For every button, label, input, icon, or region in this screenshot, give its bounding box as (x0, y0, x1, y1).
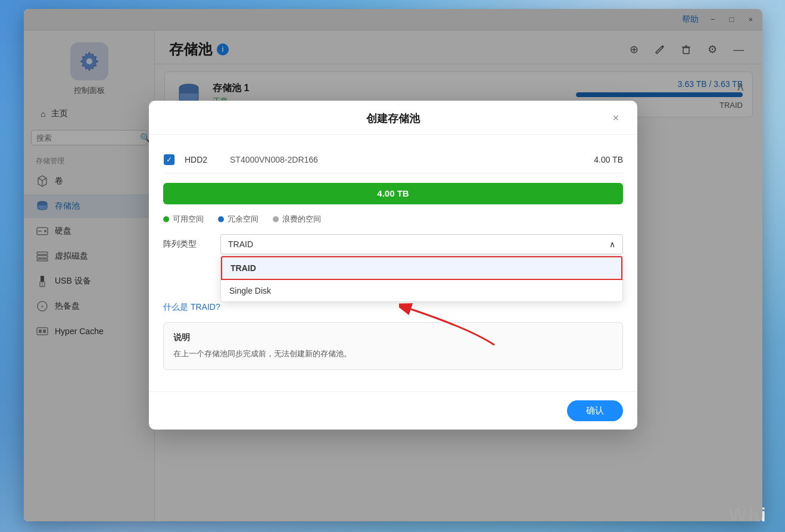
legend-redundant: 冗余空间 (218, 214, 258, 225)
array-type-select[interactable]: TRAID ∧ (220, 234, 623, 254)
capacity-bar-value: 4.00 TB (377, 188, 409, 198)
capacity-bar-wrap: 4.00 TB (163, 183, 623, 204)
legend-available-dot (163, 216, 169, 222)
checkbox-checked-icon: ✓ (164, 154, 175, 165)
traid-link-row: 什么是 TRAID? (163, 302, 623, 313)
array-type-dropdown: TRAID Single Disk (220, 256, 623, 302)
hdd-label: HDD2 (185, 155, 220, 164)
hdd-row: ✓ HDD2 ST4000VN008-2DR166 4.00 TB (163, 147, 623, 173)
hdd-checkbox[interactable]: ✓ (163, 154, 175, 166)
select-wrapper: TRAID ∧ TRAID Single Disk (220, 234, 623, 254)
legend-redundant-label: 冗余空间 (228, 214, 258, 225)
traid-option-label: TRAID (230, 263, 256, 273)
check-mark: ✓ (166, 155, 172, 164)
array-type-label: 阵列类型 (163, 239, 211, 250)
hdd-size: 4.00 TB (594, 155, 623, 164)
legend-redundant-dot (218, 216, 224, 222)
legend-available-label: 可用空间 (173, 214, 204, 225)
app-window: 帮助 − □ × 控制面板 ⌂ 主页 (24, 9, 762, 521)
hdd-model: ST4000VN008-2DR166 (230, 155, 584, 164)
array-type-value: TRAID (228, 239, 253, 249)
legend-available: 可用空间 (163, 214, 204, 225)
capacity-bar: 4.00 TB (163, 183, 623, 204)
traid-link[interactable]: 什么是 TRAID? (163, 302, 220, 313)
legend-wasted: 浪费的空间 (273, 214, 321, 225)
legend-wasted-dot (273, 216, 279, 222)
modal-title: 创建存储池 (177, 111, 609, 126)
dropdown-item-traid[interactable]: TRAID (221, 256, 622, 280)
dropdown-item-single-disk[interactable]: Single Disk (221, 280, 622, 301)
modal-close-button[interactable]: × (609, 111, 623, 126)
modal-body: ✓ HDD2 ST4000VN008-2DR166 4.00 TB 4.00 T… (149, 135, 637, 392)
chevron-up-icon: ∧ (609, 239, 615, 249)
modal-footer: 确认 (149, 391, 637, 430)
description-text: 在上一个存储池同步完成前，无法创建新的存储池。 (173, 348, 613, 360)
modal-overlay: 创建存储池 × ✓ HDD2 ST4000VN008-2DR166 4.00 T… (24, 9, 762, 521)
create-pool-modal: 创建存储池 × ✓ HDD2 ST4000VN008-2DR166 4.00 T… (149, 101, 637, 430)
single-disk-option-label: Single Disk (229, 286, 271, 295)
confirm-button[interactable]: 确认 (567, 400, 623, 421)
array-type-row: 阵列类型 TRAID ∧ TRAID Single Disk (163, 234, 623, 254)
legend-row: 可用空间 冗余空间 浪费的空间 (163, 214, 623, 225)
modal-header: 创建存储池 × (149, 101, 637, 135)
description-box: 说明 在上一个存储池同步完成前，无法创建新的存储池。 (163, 322, 623, 371)
description-title: 说明 (173, 332, 613, 343)
legend-wasted-label: 浪费的空间 (282, 214, 321, 225)
